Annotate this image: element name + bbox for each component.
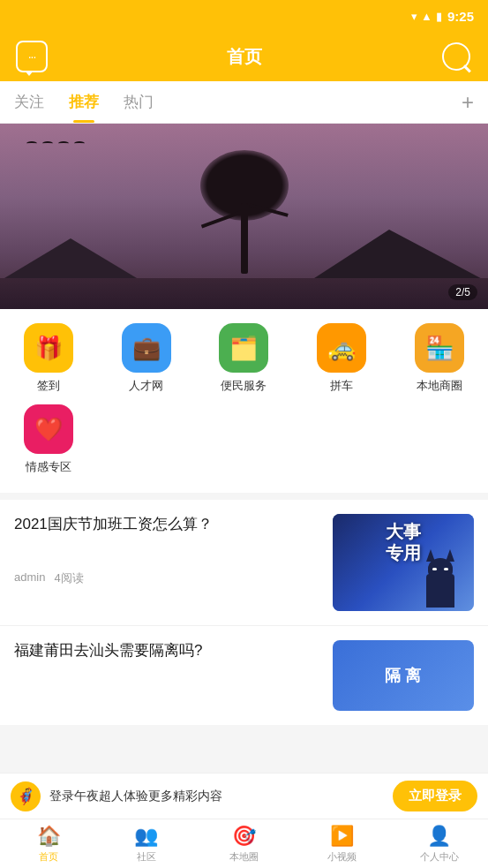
article-2-text: 福建莆田去汕头需要隔离吗? [14, 640, 322, 697]
grid-item-carpool[interactable]: 🚕 拼车 [293, 323, 391, 394]
signal-icon: ▲ [421, 10, 432, 23]
search-button[interactable] [439, 39, 474, 74]
store-icon-bg: 🏪 [415, 323, 464, 373]
tree-silhouette [191, 150, 297, 274]
grid-item-emotion[interactable]: ❤️ 情感专区 [0, 404, 98, 475]
emotion-label: 情感专区 [26, 459, 71, 475]
nav-community-label: 社区 [137, 850, 156, 864]
nav-profile-label: 个人中心 [420, 850, 459, 864]
emotion-icon: ❤️ [34, 416, 63, 443]
chat-button[interactable] [14, 39, 49, 74]
talent-icon-bg: 💼 [122, 323, 171, 373]
nav-video[interactable]: ▶️ 小视频 [293, 819, 391, 868]
carpool-icon: 🚕 [327, 335, 356, 362]
bird-2 [42, 141, 53, 146]
bird-4 [74, 141, 85, 146]
header: 首页 [0, 32, 488, 81]
grid-icons: 🎁 签到 💼 人才网 🗂️ 便民服务 🚕 拼车 🏪 本地商圈 ❤️ 情感专区 [0, 309, 488, 493]
store-label: 本地商圈 [417, 378, 462, 394]
article-1-author: admin [14, 570, 45, 586]
article-2-title: 福建莆田去汕头需要隔离吗? [14, 640, 322, 661]
video-icon: ▶️ [330, 825, 354, 848]
tab-add-button[interactable]: + [462, 92, 474, 113]
tab-bar: 关注 推荐 热门 + [0, 81, 488, 124]
talent-icon: 💼 [132, 335, 161, 362]
login-button[interactable]: 立即登录 [393, 781, 477, 811]
search-icon [442, 42, 470, 71]
checkin-label: 签到 [37, 378, 60, 394]
battery-icon: ▮ [436, 10, 442, 23]
grid-item-service[interactable]: 🗂️ 便民服务 [195, 323, 293, 394]
tab-follow[interactable]: 关注 [14, 81, 44, 123]
banner[interactable]: 2/5 [0, 124, 488, 309]
birds-decoration [26, 141, 85, 146]
community-icon: 👥 [134, 825, 158, 848]
checkin-icon: 🎁 [34, 335, 63, 362]
tree-trunk [241, 203, 248, 274]
store-icon: 🏪 [425, 335, 454, 362]
grid-item-talent[interactable]: 💼 人才网 [98, 323, 196, 394]
thumb-1-image: 大事 专用 [333, 514, 474, 611]
service-icon: 🗂️ [229, 335, 258, 362]
nav-profile[interactable]: 👤 个人中心 [390, 819, 488, 868]
page-title: 首页 [227, 45, 262, 69]
grid-item-checkin[interactable]: 🎁 签到 [0, 323, 98, 394]
grid-item-store[interactable]: 🏪 本地商圈 [390, 323, 488, 394]
chat-icon [16, 41, 48, 72]
nav-community[interactable]: 👥 社区 [98, 819, 196, 868]
service-label: 便民服务 [221, 378, 267, 394]
banner-counter: 2/5 [448, 284, 477, 300]
login-avatar: 🦸 [11, 781, 41, 811]
nav-video-label: 小视频 [327, 850, 357, 864]
talent-label: 人才网 [129, 378, 163, 394]
login-avatar-emoji: 🦸 [16, 787, 35, 806]
emotion-icon-bg: ❤️ [24, 404, 73, 454]
home-icon: 🏠 [37, 825, 61, 848]
article-1-title: 2021国庆节加班工资怎么算？ [14, 514, 322, 535]
bird-3 [58, 141, 69, 146]
nav-local[interactable]: 🎯 本地圈 [195, 819, 293, 868]
login-banner: 🦸 登录午夜超人体验更多精彩内容 立即登录 [0, 773, 488, 819]
status-icons: ▾ ▲ ▮ [411, 10, 442, 23]
article-1-reads: 4阅读 [54, 570, 83, 586]
tab-recommend[interactable]: 推荐 [69, 81, 99, 123]
article-1-meta: admin 4阅读 [14, 570, 322, 586]
status-time: 9:25 [447, 9, 474, 24]
login-prompt-text: 登录午夜超人体验更多精彩内容 [49, 789, 384, 804]
carpool-icon-bg: 🚕 [317, 323, 366, 373]
tab-hot[interactable]: 热门 [124, 81, 154, 123]
article-1-thumb: 大事 专用 [333, 514, 474, 611]
bottom-nav: 🏠 首页 👥 社区 🎯 本地圈 ▶️ 小视频 👤 个人中心 [0, 819, 488, 868]
local-icon: 🎯 [232, 825, 256, 848]
article-1-text: 2021国庆节加班工资怎么算？ admin 4阅读 [14, 514, 322, 586]
profile-icon: 👤 [427, 825, 451, 848]
nav-local-label: 本地圈 [229, 850, 259, 864]
bird-1 [26, 141, 37, 146]
article-2-thumb: 隔 离 [333, 640, 474, 711]
carpool-label: 拼车 [330, 378, 353, 394]
nav-home[interactable]: 🏠 首页 [0, 819, 98, 868]
checkin-icon-bg: 🎁 [24, 323, 73, 373]
wifi-icon: ▾ [411, 10, 417, 23]
article-list: 2021国庆节加班工资怎么算？ admin 4阅读 大事 专用 [0, 500, 488, 725]
article-item-2[interactable]: 福建莆田去汕头需要隔离吗? 隔 离 [0, 626, 488, 725]
banner-image [0, 124, 488, 309]
service-icon-bg: 🗂️ [219, 323, 268, 373]
nav-home-label: 首页 [39, 850, 58, 864]
thumb-2-text: 隔 离 [385, 665, 421, 686]
status-bar: ▾ ▲ ▮ 9:25 [0, 0, 488, 32]
article-item-1[interactable]: 2021国庆节加班工资怎么算？ admin 4阅读 大事 专用 [0, 500, 488, 626]
thumb-2-image: 隔 离 [333, 640, 474, 711]
water-reflection [0, 278, 488, 309]
